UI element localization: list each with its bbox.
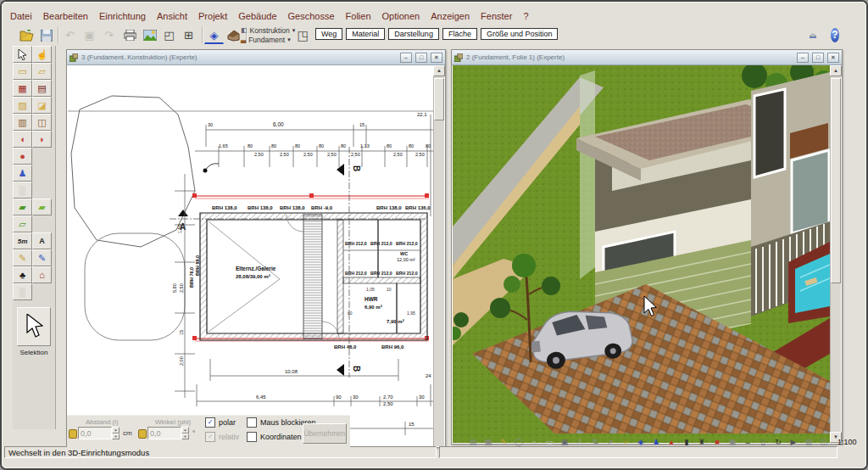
menu-anzeigen[interactable]: Anzeigen [431, 11, 470, 25]
window-icon[interactable]: ▣ [726, 437, 739, 448]
hatch-icon[interactable]: ▨ [802, 437, 815, 448]
play-icon[interactable]: ▶ [787, 437, 800, 448]
view3d-window-titlebar[interactable]: 2 (Fundament, Folie 1) (Experte) – □ ✕ [452, 50, 842, 65]
terrain-tool-button[interactable]: ▰ [13, 199, 32, 215]
terrain-2-tool-button[interactable]: ▰ [32, 199, 52, 215]
scroll-up-arrow[interactable]: ▲ [830, 65, 842, 76]
view3d-vertical-scrollbar[interactable]: ▲ ▼ [830, 65, 841, 443]
building-tool-button[interactable]: ⌂ [32, 266, 52, 283]
window-tool-button[interactable]: ▦ [13, 80, 32, 97]
menu-geschosse[interactable]: Geschosse [288, 11, 335, 25]
refresh-icon[interactable]: ↻ [771, 437, 785, 448]
catalog-button[interactable] [804, 26, 822, 43]
undo-button[interactable]: ↶ [60, 26, 80, 44]
zoom-window-button[interactable]: ◰ [159, 26, 179, 44]
close-button[interactable]: ✕ [827, 53, 839, 63]
wall-2-tool-button[interactable]: ▱ [32, 63, 52, 80]
select-tool-button[interactable] [13, 46, 32, 63]
plan-window-titlebar[interactable]: 3 (Fundament, Konstruktion) (Experte) – … [67, 50, 445, 65]
menu-datei[interactable]: Datei [10, 11, 32, 25]
tab-darstellung[interactable]: Darstellung [388, 28, 439, 40]
abstand-stepper[interactable]: ▲▼ [112, 427, 120, 439]
disabled-tool-button[interactable]: ▒ [13, 182, 32, 199]
grid-icon[interactable]: ▦ [481, 437, 495, 448]
plants-tool-button[interactable]: ♣ [13, 266, 32, 283]
winkel-stepper[interactable]: ▲▼ [181, 427, 189, 439]
menu-hilfe[interactable]: ? [523, 11, 528, 25]
tower-icon[interactable]: ♜ [695, 437, 709, 448]
save-button[interactable] [36, 26, 56, 44]
dimension-tool-button[interactable]: 5m [13, 232, 32, 249]
disabled-2-tool-button[interactable]: ▒ [13, 283, 32, 300]
box-icon[interactable]: ▭ [542, 437, 556, 448]
roof-icon[interactable]: ▲ [665, 437, 678, 448]
menu-folien[interactable]: Folien [346, 11, 371, 25]
small-box-icon[interactable]: ▫ [527, 437, 541, 448]
menu-ansicht[interactable]: Ansicht [157, 11, 187, 25]
plan-canvas[interactable]: 6,00 30 15 22,1 1,65 80 80 80 80 80 1,13… [68, 65, 434, 446]
relativ-checkbox[interactable]: ✓ relativ [205, 432, 239, 442]
arrow-ne-icon[interactable]: ↗ [604, 437, 617, 448]
person-icon[interactable]: ♟ [649, 437, 663, 448]
panel-icon[interactable]: ◫ [817, 437, 831, 448]
red-cube-icon[interactable]: ■ [710, 437, 724, 448]
chair-tool-button[interactable]: ● [13, 148, 32, 165]
menu-bearbeiten[interactable]: Bearbeiten [43, 11, 88, 25]
circle-icon[interactable]: ◯ [512, 437, 526, 448]
view3d-canvas[interactable] [453, 65, 830, 443]
mode-3d-button[interactable]: ◈ [204, 26, 224, 44]
wall-tool-button[interactable]: ▭ [13, 63, 32, 80]
menu-projekt[interactable]: Projekt [198, 11, 227, 25]
scroll-up-arrow[interactable]: ▲ [433, 65, 445, 76]
list-icon[interactable]: ▤ [466, 437, 480, 448]
maximize-button[interactable]: □ [812, 53, 824, 63]
tab-material[interactable]: Material [346, 28, 385, 40]
paint-tool-button[interactable]: ✎ [13, 249, 32, 266]
tab-flaeche[interactable]: Fläche [442, 28, 477, 40]
ceiling-tool-button[interactable]: ◪ [32, 97, 52, 114]
door-tool-button[interactable]: ▤ [32, 80, 52, 97]
armchair-tool-button[interactable]: ◗ [32, 131, 52, 148]
office-chair-tool-button[interactable]: ♟ [13, 165, 32, 182]
print-button[interactable] [120, 26, 140, 44]
tab-weg[interactable]: Weg [315, 28, 342, 40]
maximize-button[interactable]: □ [415, 53, 427, 63]
winkel-input[interactable] [147, 427, 181, 439]
sun-icon[interactable]: ☼ [619, 437, 632, 448]
selektion-button[interactable] [17, 307, 51, 346]
lock-icon[interactable] [138, 429, 147, 439]
monitor-icon[interactable]: ▣ [558, 437, 571, 448]
text-tool-button[interactable]: A [32, 232, 52, 249]
help-button[interactable]: ? [826, 26, 844, 43]
stairs-tool-button[interactable]: ▨ [13, 97, 32, 114]
area-tool-button[interactable]: ▱ [13, 215, 32, 232]
tab-groesse-position[interactable]: Größe und Position [481, 28, 559, 40]
pen-tool-button[interactable]: ✎ [32, 249, 52, 266]
menu-gebaeude[interactable]: Gebäude [238, 11, 276, 25]
column-icon[interactable]: ▮ [680, 437, 693, 448]
open-button[interactable] [17, 26, 36, 44]
figure-icon[interactable]: ♙ [573, 437, 587, 448]
uebernehmen-button[interactable]: Übernehmen [303, 423, 347, 444]
camera-button[interactable]: ▣ [80, 26, 99, 44]
close-button[interactable]: ✕ [431, 53, 442, 63]
minimize-button[interactable]: – [400, 53, 412, 63]
polar-checkbox[interactable]: ✓ polar [205, 417, 236, 428]
furniture-tool-button[interactable]: ▥ [13, 114, 32, 131]
scroll-thumb[interactable] [831, 78, 841, 283]
arrows-icon[interactable]: ⇅ [588, 437, 602, 448]
redo-button[interactable]: ↷ [99, 26, 119, 44]
ruler-icon[interactable]: ▯ [756, 437, 770, 448]
menu-einrichtung[interactable]: Einrichtung [99, 11, 146, 25]
compass-icon[interactable]: ◈ [634, 437, 648, 448]
minimize-button[interactable]: – [797, 53, 809, 63]
abstand-input[interactable] [78, 427, 112, 439]
scroll-thumb[interactable] [434, 78, 444, 120]
mode-button[interactable]: ◳ [293, 26, 313, 44]
lock-icon[interactable] [69, 429, 77, 439]
image-export-button[interactable] [140, 26, 159, 44]
plan-vertical-scrollbar[interactable]: ▲ [433, 65, 444, 446]
menu-fenster[interactable]: Fenster [481, 11, 512, 25]
hand-tool-button[interactable]: ☝ [32, 46, 52, 63]
arrow-right-icon[interactable]: → [741, 437, 754, 448]
